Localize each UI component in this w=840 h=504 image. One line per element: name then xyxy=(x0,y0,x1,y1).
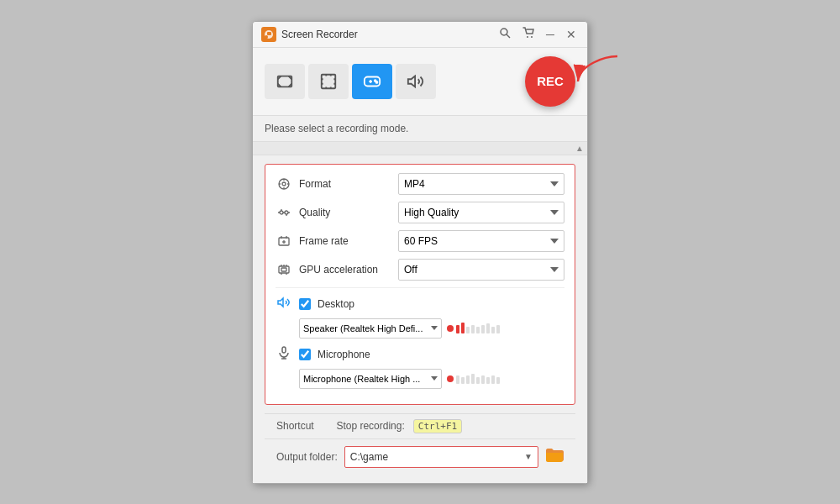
gpu-icon xyxy=(276,261,292,278)
microphone-device-select[interactable]: Microphone (Realtek High ... xyxy=(299,369,442,389)
format-icon xyxy=(276,176,292,192)
format-label: Format xyxy=(299,178,391,190)
window-title: Screen Recorder xyxy=(281,29,358,40)
fullscreen-mode-button[interactable] xyxy=(308,64,349,99)
framerate-icon xyxy=(276,233,292,249)
microphone-volume-indicator xyxy=(447,374,500,384)
gpu-label: GPU acceleration xyxy=(299,264,391,276)
vol-bar-7 xyxy=(486,323,490,333)
scroll-indicator: ▲ xyxy=(253,142,587,155)
mode-description: Please select a recording mode. xyxy=(253,116,587,142)
desktop-device-row: Speaker (Realtek High Defi... xyxy=(299,318,564,339)
svg-rect-8 xyxy=(322,74,336,88)
mic-vol-dot xyxy=(447,375,454,382)
microphone-device-row: Microphone (Realtek High ... xyxy=(299,369,564,389)
window-controls: ─ ✕ xyxy=(496,27,579,41)
vol-bar-9 xyxy=(496,325,500,333)
quality-select[interactable]: High Quality Medium Quality Low Quality xyxy=(398,202,564,223)
microphone-icon xyxy=(276,345,292,364)
desktop-vol-bars xyxy=(456,323,500,333)
vol-bar-6 xyxy=(481,325,485,333)
game-mode-button[interactable] xyxy=(352,64,392,99)
framerate-label: Frame rate xyxy=(299,235,391,247)
main-window: Screen Recorder ─ ✕ xyxy=(252,21,588,484)
quality-label: Quality xyxy=(299,207,391,218)
search-icon[interactable] xyxy=(496,27,513,41)
vol-bar-2 xyxy=(461,323,465,333)
svg-point-5 xyxy=(527,36,528,38)
svg-rect-34 xyxy=(279,266,289,273)
section-divider xyxy=(276,287,564,288)
quality-icon xyxy=(276,204,292,221)
mic-bar-4 xyxy=(471,374,475,384)
mic-bar-9 xyxy=(496,377,500,384)
svg-point-2 xyxy=(265,35,268,39)
desktop-audio-row: Desktop xyxy=(276,295,564,313)
svg-rect-1 xyxy=(267,32,271,35)
output-path: C:\game xyxy=(349,451,522,463)
shortcut-keys: Ctrl+F1 xyxy=(413,419,462,433)
vol-bar-4 xyxy=(471,325,475,333)
desktop-audio-icon xyxy=(276,295,292,313)
audio-mode-button[interactable] xyxy=(396,64,436,99)
output-folder-input-wrap: C:\game ▼ xyxy=(344,446,538,468)
audio-section: Desktop Speaker (Realtek High Defi... xyxy=(276,295,564,389)
minimize-button[interactable]: ─ xyxy=(543,28,557,41)
output-label: Output folder: xyxy=(276,451,338,463)
main-content: Format MP4 AVI MOV GIF xyxy=(253,155,587,483)
toolbar-right: REC xyxy=(525,56,575,107)
svg-point-17 xyxy=(282,182,286,186)
desktop-vol-dot xyxy=(447,325,454,332)
arrow-indicator xyxy=(571,52,622,97)
cart-icon[interactable] xyxy=(520,27,537,41)
scroll-up-arrow: ▲ xyxy=(575,144,584,153)
microphone-checkbox[interactable] xyxy=(299,349,311,360)
svg-rect-42 xyxy=(282,347,286,353)
title-bar: Screen Recorder ─ ✕ xyxy=(253,22,587,48)
svg-rect-40 xyxy=(281,268,286,271)
mic-bar-7 xyxy=(486,377,490,384)
svg-line-4 xyxy=(507,34,510,38)
svg-point-22 xyxy=(280,211,283,214)
framerate-row: Frame rate 60 FPS 30 FPS 24 FPS 15 FPS xyxy=(276,230,564,252)
mode-buttons xyxy=(265,64,436,99)
vol-bar-3 xyxy=(466,327,470,333)
svg-marker-41 xyxy=(278,298,283,307)
mic-bar-3 xyxy=(466,375,470,384)
vol-bar-5 xyxy=(476,327,480,333)
app-icon xyxy=(261,27,276,42)
format-row: Format MP4 AVI MOV GIF xyxy=(276,173,564,195)
gpu-row: GPU acceleration Off On xyxy=(276,259,564,281)
mic-bar-2 xyxy=(461,377,465,384)
toolbar: REC xyxy=(253,48,587,116)
gpu-select[interactable]: Off On xyxy=(398,259,564,281)
desktop-device-select[interactable]: Speaker (Realtek High Defi... xyxy=(299,318,442,339)
browse-folder-icon[interactable] xyxy=(545,447,564,466)
settings-panel: Format MP4 AVI MOV GIF xyxy=(265,164,575,405)
mic-bar-6 xyxy=(481,375,485,384)
desktop-audio-label: Desktop xyxy=(318,298,354,310)
shortcut-bar: Shortcut Stop recording: Ctrl+F1 xyxy=(265,413,575,438)
output-bar: Output folder: C:\game ▼ xyxy=(265,438,575,475)
format-select[interactable]: MP4 AVI MOV GIF xyxy=(398,173,564,195)
mic-bar-1 xyxy=(456,375,459,384)
mic-vol-bars xyxy=(456,374,500,384)
svg-marker-14 xyxy=(408,76,415,87)
title-left: Screen Recorder xyxy=(261,27,358,42)
svg-point-23 xyxy=(285,211,288,214)
output-dropdown-arrow[interactable]: ▼ xyxy=(522,452,534,461)
close-button[interactable]: ✕ xyxy=(564,28,579,41)
framerate-select[interactable]: 60 FPS 30 FPS 24 FPS 15 FPS xyxy=(398,230,564,252)
region-mode-button[interactable] xyxy=(265,64,305,99)
desktop-audio-checkbox[interactable] xyxy=(299,298,311,310)
microphone-audio-row: Microphone xyxy=(276,345,564,364)
vol-bar-8 xyxy=(491,327,495,333)
rec-button[interactable]: REC xyxy=(525,56,575,107)
mic-bar-5 xyxy=(476,377,480,384)
svg-point-3 xyxy=(501,29,507,35)
stop-recording-label: Stop recording: xyxy=(336,420,404,432)
vol-bar-1 xyxy=(456,325,459,333)
quality-row: Quality High Quality Medium Quality Low … xyxy=(276,202,564,223)
microphone-label: Microphone xyxy=(318,349,370,360)
desktop-volume-indicator xyxy=(447,323,500,333)
